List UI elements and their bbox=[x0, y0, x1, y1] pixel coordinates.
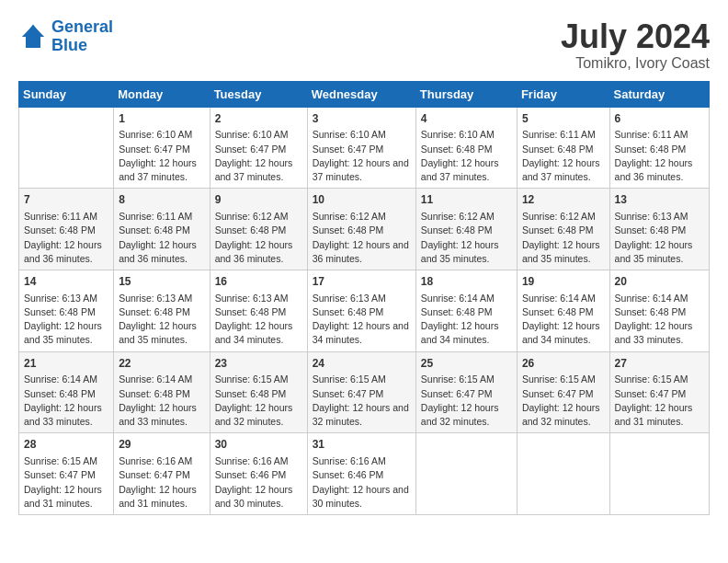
calendar-body: 1Sunrise: 6:10 AMSunset: 6:47 PMDaylight… bbox=[19, 107, 710, 514]
day-number: 17 bbox=[313, 274, 411, 290]
calendar-cell: 22Sunrise: 6:14 AMSunset: 6:48 PMDayligh… bbox=[114, 351, 210, 433]
day-number: 16 bbox=[215, 274, 302, 290]
week-row-1: 1Sunrise: 6:10 AMSunset: 6:47 PMDaylight… bbox=[19, 107, 710, 189]
calendar-cell: 9Sunrise: 6:12 AMSunset: 6:48 PMDaylight… bbox=[210, 189, 307, 270]
month-title: July 2024 bbox=[561, 18, 710, 55]
calendar-cell: 27Sunrise: 6:15 AMSunset: 6:47 PMDayligh… bbox=[609, 351, 709, 433]
logo-icon bbox=[18, 22, 48, 52]
calendar-cell: 26Sunrise: 6:15 AMSunset: 6:47 PMDayligh… bbox=[517, 351, 609, 433]
day-number: 20 bbox=[615, 274, 704, 290]
calendar-header: SundayMondayTuesdayWednesdayThursdayFrid… bbox=[19, 81, 710, 107]
calendar-table: SundayMondayTuesdayWednesdayThursdayFrid… bbox=[18, 81, 710, 515]
calendar-cell: 28Sunrise: 6:15 AMSunset: 6:47 PMDayligh… bbox=[19, 433, 114, 515]
calendar-cell: 19Sunrise: 6:14 AMSunset: 6:48 PMDayligh… bbox=[517, 270, 609, 351]
day-info: Sunrise: 6:13 AMSunset: 6:48 PMDaylight:… bbox=[119, 292, 204, 348]
calendar-cell: 25Sunrise: 6:15 AMSunset: 6:47 PMDayligh… bbox=[415, 351, 517, 433]
day-info: Sunrise: 6:11 AMSunset: 6:48 PMDaylight:… bbox=[24, 210, 108, 266]
day-info: Sunrise: 6:10 AMSunset: 6:48 PMDaylight:… bbox=[421, 128, 512, 184]
day-info: Sunrise: 6:15 AMSunset: 6:47 PMDaylight:… bbox=[522, 373, 605, 429]
day-info: Sunrise: 6:12 AMSunset: 6:48 PMDaylight:… bbox=[522, 210, 605, 266]
day-number: 13 bbox=[615, 192, 704, 208]
day-info: Sunrise: 6:11 AMSunset: 6:48 PMDaylight:… bbox=[615, 128, 704, 184]
week-row-3: 14Sunrise: 6:13 AMSunset: 6:48 PMDayligh… bbox=[19, 270, 710, 351]
day-header-saturday: Saturday bbox=[609, 81, 709, 107]
calendar-cell: 1Sunrise: 6:10 AMSunset: 6:47 PMDaylight… bbox=[114, 107, 210, 189]
day-info: Sunrise: 6:10 AMSunset: 6:47 PMDaylight:… bbox=[119, 128, 204, 184]
day-info: Sunrise: 6:16 AMSunset: 6:47 PMDaylight:… bbox=[119, 454, 204, 511]
calendar-cell: 30Sunrise: 6:16 AMSunset: 6:46 PMDayligh… bbox=[210, 433, 307, 515]
day-number: 29 bbox=[119, 437, 204, 453]
week-row-2: 7Sunrise: 6:11 AMSunset: 6:48 PMDaylight… bbox=[19, 189, 710, 270]
calendar-cell: 4Sunrise: 6:10 AMSunset: 6:48 PMDaylight… bbox=[415, 107, 517, 189]
day-number: 10 bbox=[313, 192, 411, 208]
day-info: Sunrise: 6:13 AMSunset: 6:48 PMDaylight:… bbox=[615, 210, 704, 266]
day-number: 4 bbox=[421, 111, 512, 127]
logo: General Blue bbox=[18, 18, 113, 55]
day-number: 25 bbox=[421, 356, 512, 372]
day-number: 27 bbox=[615, 356, 704, 372]
day-header-tuesday: Tuesday bbox=[210, 81, 307, 107]
calendar-cell: 21Sunrise: 6:14 AMSunset: 6:48 PMDayligh… bbox=[19, 351, 114, 433]
week-row-4: 21Sunrise: 6:14 AMSunset: 6:48 PMDayligh… bbox=[19, 351, 710, 433]
calendar-cell: 12Sunrise: 6:12 AMSunset: 6:48 PMDayligh… bbox=[517, 189, 609, 270]
day-number: 3 bbox=[313, 111, 411, 127]
day-number: 23 bbox=[215, 356, 302, 372]
day-number: 8 bbox=[119, 192, 204, 208]
calendar-cell: 31Sunrise: 6:16 AMSunset: 6:46 PMDayligh… bbox=[307, 433, 415, 515]
day-info: Sunrise: 6:15 AMSunset: 6:47 PMDaylight:… bbox=[313, 373, 411, 429]
calendar-cell: 18Sunrise: 6:14 AMSunset: 6:48 PMDayligh… bbox=[415, 270, 517, 351]
day-number: 31 bbox=[313, 437, 411, 453]
day-info: Sunrise: 6:12 AMSunset: 6:48 PMDaylight:… bbox=[215, 210, 302, 266]
calendar-cell: 6Sunrise: 6:11 AMSunset: 6:48 PMDaylight… bbox=[609, 107, 709, 189]
day-info: Sunrise: 6:15 AMSunset: 6:47 PMDaylight:… bbox=[421, 373, 512, 429]
title-block: July 2024 Tomikro, Ivory Coast bbox=[561, 18, 710, 72]
day-header-sunday: Sunday bbox=[19, 81, 114, 107]
header-row: SundayMondayTuesdayWednesdayThursdayFrid… bbox=[19, 81, 710, 107]
calendar-cell bbox=[517, 433, 609, 515]
location-title: Tomikro, Ivory Coast bbox=[561, 55, 710, 72]
calendar-cell: 16Sunrise: 6:13 AMSunset: 6:48 PMDayligh… bbox=[210, 270, 307, 351]
calendar-cell: 29Sunrise: 6:16 AMSunset: 6:47 PMDayligh… bbox=[114, 433, 210, 515]
calendar-cell: 7Sunrise: 6:11 AMSunset: 6:48 PMDaylight… bbox=[19, 189, 114, 270]
day-info: Sunrise: 6:10 AMSunset: 6:47 PMDaylight:… bbox=[313, 128, 411, 184]
day-info: Sunrise: 6:12 AMSunset: 6:48 PMDaylight:… bbox=[421, 210, 512, 266]
day-info: Sunrise: 6:13 AMSunset: 6:48 PMDaylight:… bbox=[215, 292, 302, 348]
svg-rect-2 bbox=[26, 35, 40, 47]
calendar-cell: 20Sunrise: 6:14 AMSunset: 6:48 PMDayligh… bbox=[609, 270, 709, 351]
day-info: Sunrise: 6:12 AMSunset: 6:48 PMDaylight:… bbox=[313, 210, 411, 266]
day-info: Sunrise: 6:15 AMSunset: 6:47 PMDaylight:… bbox=[24, 454, 108, 511]
day-info: Sunrise: 6:13 AMSunset: 6:48 PMDaylight:… bbox=[24, 292, 108, 348]
day-number: 15 bbox=[119, 274, 204, 290]
day-header-wednesday: Wednesday bbox=[307, 81, 415, 107]
day-number: 30 bbox=[215, 437, 302, 453]
calendar-cell: 3Sunrise: 6:10 AMSunset: 6:47 PMDaylight… bbox=[307, 107, 415, 189]
calendar-cell: 14Sunrise: 6:13 AMSunset: 6:48 PMDayligh… bbox=[19, 270, 114, 351]
calendar-cell bbox=[415, 433, 517, 515]
calendar-cell bbox=[609, 433, 709, 515]
day-number: 12 bbox=[522, 192, 605, 208]
page-header: General Blue July 2024 Tomikro, Ivory Co… bbox=[18, 18, 710, 72]
day-info: Sunrise: 6:11 AMSunset: 6:48 PMDaylight:… bbox=[522, 128, 605, 184]
day-info: Sunrise: 6:15 AMSunset: 6:48 PMDaylight:… bbox=[215, 373, 302, 429]
day-info: Sunrise: 6:10 AMSunset: 6:47 PMDaylight:… bbox=[215, 128, 302, 184]
day-number: 22 bbox=[119, 356, 204, 372]
day-number: 28 bbox=[24, 437, 108, 453]
day-number: 18 bbox=[421, 274, 512, 290]
calendar-cell: 2Sunrise: 6:10 AMSunset: 6:47 PMDaylight… bbox=[210, 107, 307, 189]
calendar-cell: 23Sunrise: 6:15 AMSunset: 6:48 PMDayligh… bbox=[210, 351, 307, 433]
calendar-cell: 8Sunrise: 6:11 AMSunset: 6:48 PMDaylight… bbox=[114, 189, 210, 270]
day-number: 26 bbox=[522, 356, 605, 372]
day-info: Sunrise: 6:14 AMSunset: 6:48 PMDaylight:… bbox=[119, 373, 204, 429]
calendar-cell: 13Sunrise: 6:13 AMSunset: 6:48 PMDayligh… bbox=[609, 189, 709, 270]
day-number: 19 bbox=[522, 274, 605, 290]
calendar-cell: 24Sunrise: 6:15 AMSunset: 6:47 PMDayligh… bbox=[307, 351, 415, 433]
day-info: Sunrise: 6:16 AMSunset: 6:46 PMDaylight:… bbox=[313, 454, 411, 511]
day-number: 7 bbox=[24, 192, 108, 208]
week-row-5: 28Sunrise: 6:15 AMSunset: 6:47 PMDayligh… bbox=[19, 433, 710, 515]
day-header-friday: Friday bbox=[517, 81, 609, 107]
day-number: 14 bbox=[24, 274, 108, 290]
day-header-monday: Monday bbox=[114, 81, 210, 107]
day-number: 11 bbox=[421, 192, 512, 208]
calendar-cell: 15Sunrise: 6:13 AMSunset: 6:48 PMDayligh… bbox=[114, 270, 210, 351]
day-number: 1 bbox=[119, 111, 204, 127]
